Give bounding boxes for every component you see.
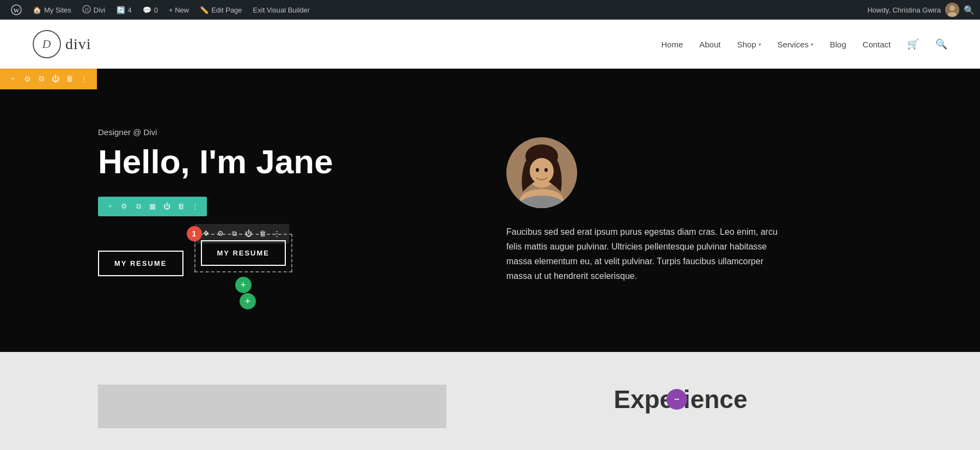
logo-circle: D [33,30,61,58]
comments-button[interactable]: 💬 0 [137,0,163,20]
nav-contact-label: Contact [862,40,891,49]
wp-icon: W [11,4,22,15]
row-duplicate-button[interactable]: ⧉ [36,74,47,84]
search-icon[interactable]: 🔍 [964,5,975,15]
col-add-button[interactable]: + [105,201,115,212]
logo-letter: D [42,37,52,51]
user-avatar[interactable] [945,3,959,17]
hero-description: Faucibus sed sed erat ipsum purus egesta… [506,224,779,284]
experience-section: Experience [0,352,980,450]
divi-icon: D [82,5,91,15]
updates-icon: 🔄 [117,6,125,14]
edit-page-label: Edit Page [211,6,242,14]
selected-module: 1 ✥ ⚙ ⧉ ⏻ 🗑 ⋮ MY RESUME + [194,234,293,293]
nav-about[interactable]: About [699,37,720,52]
nav-home-label: Home [661,40,683,49]
experience-left-placeholder [98,385,446,428]
updates-button[interactable]: 🔄 4 [111,0,137,20]
comments-icon: 💬 [143,6,151,14]
col-more-button[interactable]: ⋮ [189,201,200,212]
hero-subtitle: Designer @ Divi [98,127,474,137]
site-title-button[interactable]: D Divi [77,0,111,20]
col-duplicate-button[interactable]: ⧉ [133,201,144,212]
col-enable-button[interactable]: ⏻ [161,201,172,212]
site-title-label: Divi [94,6,106,14]
hero-right-column: Faucibus sed sed erat ipsum purus egesta… [474,137,882,284]
comments-count: 0 [154,6,158,14]
hero-left-column: Designer @ Divi Hello, I'm Jane + ⚙ ⧉ ▦ … [98,127,474,293]
svg-point-5 [950,5,955,11]
user-greeting: Howdy, Christina Gwira [867,6,941,14]
col-delete-button[interactable]: 🗑 [175,201,186,212]
nav-blog[interactable]: Blog [830,37,846,52]
resume-button-2[interactable]: MY RESUME [201,240,286,266]
nav-shop-label: Shop [737,40,756,49]
nav-contact[interactable]: Contact [862,37,891,52]
nav-cart-icon[interactable]: 🛒 [907,38,919,50]
column-toolbar: + ⚙ ⧉ ▦ ⏻ 🗑 ⋮ [98,197,207,216]
site-nav: Home About Shop ▾ Services ▾ Blog Contac… [661,37,947,52]
nav-home[interactable]: Home [661,37,683,52]
wp-logo-button[interactable]: W [5,0,27,20]
site-logo[interactable]: D divi [33,30,91,58]
row-settings-button[interactable]: ⚙ [22,74,33,84]
nav-services[interactable]: Services ▾ [777,37,814,52]
nav-search-icon[interactable]: 🔍 [935,38,947,50]
my-sites-button[interactable]: 🏠 My Sites [27,0,77,20]
profile-avatar [506,137,577,208]
experience-title: Experience [614,385,747,414]
row-delete-button[interactable]: 🗑 [64,74,75,84]
exit-builder-label: Exit Visual Builder [253,6,310,14]
row-toolbar: + ⚙ ⧉ ⏻ 🗑 ⋮ [0,69,97,89]
hero-title: Hello, I'm Jane [98,143,474,180]
add-column-button[interactable]: + [240,293,256,309]
nav-about-label: About [699,40,720,49]
nav-shop[interactable]: Shop ▾ [737,37,761,52]
svg-text:W: W [14,7,20,14]
col-columns-button[interactable]: ▦ [147,201,158,212]
experience-right: Experience [446,385,882,414]
edit-icon: ✏️ [200,6,209,14]
updates-count: 4 [128,6,132,14]
new-content-button[interactable]: + New [163,0,194,20]
site-header: D divi Home About Shop ▾ Services ▾ Blog… [0,20,980,69]
speech-bubble-icon [666,389,687,410]
shop-chevron-icon: ▾ [758,41,761,47]
module-badge: 1 [187,226,202,241]
nav-blog-label: Blog [830,40,846,49]
row-add-button[interactable]: + [8,74,19,84]
exit-builder-button[interactable]: Exit Visual Builder [248,0,316,20]
buttons-row: MY RESUME 1 ✥ ⚙ ⧉ ⏻ 🗑 ⋮ MY RESUME [98,234,474,293]
row-enable-button[interactable]: ⏻ [50,74,61,84]
row-more-button[interactable]: ⋮ [78,74,89,84]
module-selected-inner: MY RESUME [194,234,293,272]
services-chevron-icon: ▾ [811,41,813,47]
admin-bar: W 🏠 My Sites D Divi 🔄 4 💬 0 + New ✏️ Edi… [0,0,980,20]
logo-name: divi [65,35,91,53]
col-settings-button[interactable]: ⚙ [119,201,130,212]
resume-button-1[interactable]: MY RESUME [98,251,183,276]
hero-section: + ⚙ ⧉ ⏻ 🗑 ⋮ Designer @ Divi Hello, I'm J… [0,69,980,352]
nav-services-label: Services [777,40,809,49]
edit-page-button[interactable]: ✏️ Edit Page [194,0,247,20]
svg-point-12 [536,168,539,172]
home-icon: 🏠 [33,6,41,14]
admin-bar-right: Howdy, Christina Gwira 🔍 [867,3,975,17]
new-label: + New [169,6,189,14]
my-sites-label: My Sites [44,6,71,14]
svg-point-13 [544,168,548,172]
add-module-button[interactable]: + [235,277,252,293]
svg-text:D: D [84,7,89,13]
